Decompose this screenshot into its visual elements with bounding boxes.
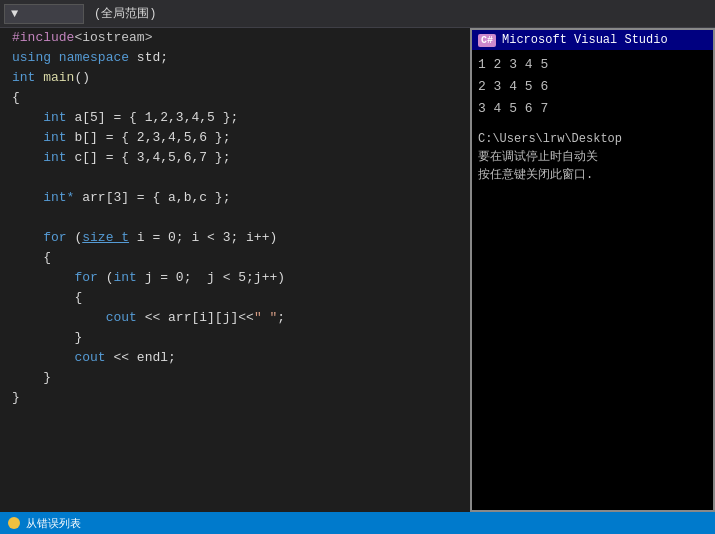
line-code: } (8, 368, 51, 388)
op: ; (277, 310, 285, 325)
keyword: int (12, 70, 35, 85)
op: j = 0; j < 5;j++) (137, 270, 285, 285)
op (12, 150, 43, 165)
console-output-line: 1 2 3 4 5 (478, 54, 707, 76)
op: i = 0; i < 3; i++) (129, 230, 277, 245)
toolbar-scope: (全局范围) (84, 3, 166, 24)
console-spacer (478, 120, 707, 130)
line-code: { (8, 248, 51, 268)
op: b[] = { 2,3,4,5,6 }; (67, 130, 231, 145)
line-code: for (int j = 0; j < 5;j++) (8, 268, 285, 288)
code-line: { (0, 248, 470, 268)
bottom-indicator (8, 517, 20, 529)
code-line: for (int j = 0; j < 5;j++) (0, 268, 470, 288)
op: { (12, 290, 82, 305)
op: () (74, 70, 90, 85)
op: arr[3] = { a,b,c }; (74, 190, 230, 205)
line-code: cout << arr[i][j]<<" "; (8, 308, 285, 328)
code-editor[interactable]: #include<iostream> using namespace std; … (0, 28, 470, 512)
keyword: int (43, 130, 66, 145)
toolbar-dropdown[interactable]: ▼ (4, 4, 84, 24)
bottom-bar: 从错误列表 (0, 512, 715, 534)
include-header: <iostream> (74, 30, 152, 45)
keyword: cout (74, 350, 105, 365)
line-code: int c[] = { 3,4,5,6,7 }; (8, 148, 230, 168)
op (12, 130, 43, 145)
code-line: for (size_t i = 0; i < 3; i++) (0, 228, 470, 248)
keyword: cout (106, 310, 137, 325)
console-icon: C# (478, 34, 496, 47)
keyword: namespace (59, 50, 129, 65)
code-line: using namespace std; (0, 48, 470, 68)
line-code: cout << endl; (8, 348, 176, 368)
op: a[5] = { 1,2,3,4,5 }; (67, 110, 239, 125)
code-line: #include<iostream> (0, 28, 470, 48)
console-output-line: 2 3 4 5 6 (478, 76, 707, 98)
string: " " (254, 310, 277, 325)
console-title: Microsoft Visual Studio (502, 33, 668, 47)
code-content: #include<iostream> using namespace std; … (0, 28, 470, 512)
line-code (8, 168, 20, 188)
line-code: { (8, 288, 82, 308)
console-window: C# Microsoft Visual Studio 1 2 3 4 5 2 3… (470, 28, 715, 512)
console-path-line2: 要在调试停止时自动关 (478, 148, 707, 166)
code-line: int c[] = { 3,4,5,6,7 }; (0, 148, 470, 168)
op: ( (98, 270, 114, 285)
op: ( (67, 230, 83, 245)
line-code: int b[] = { 2,3,4,5,6 }; (8, 128, 230, 148)
op: } (12, 370, 51, 385)
op: << endl; (106, 350, 176, 365)
function: main (43, 70, 74, 85)
op: { (12, 250, 51, 265)
line-code: for (size_t i = 0; i < 3; i++) (8, 228, 277, 248)
console-path-line3: 按任意键关闭此窗口. (478, 166, 707, 184)
code-line: } (0, 388, 470, 408)
code-line: } (0, 368, 470, 388)
keyword: #include (12, 30, 74, 45)
line-code: } (8, 388, 20, 408)
op (12, 190, 43, 205)
op: c[] = { 3,4,5,6,7 }; (67, 150, 231, 165)
keyword: int (113, 270, 136, 285)
op (51, 50, 59, 65)
console-body: 1 2 3 4 5 2 3 4 5 6 3 4 5 6 7 C:\Users\l… (472, 50, 713, 510)
line-code: { (8, 88, 20, 108)
op (12, 270, 74, 285)
op: } (12, 390, 20, 405)
toolbar-dropdown-arrow: ▼ (11, 7, 18, 21)
line-code: int a[5] = { 1,2,3,4,5 }; (8, 108, 238, 128)
code-line (0, 168, 470, 188)
console-output-line: 3 4 5 6 7 (478, 98, 707, 120)
op: << arr[i][j]<< (137, 310, 254, 325)
op: { (12, 90, 20, 105)
line-code: using namespace std; (8, 48, 168, 68)
keyword: using (12, 50, 51, 65)
code-line: cout << arr[i][j]<<" "; (0, 308, 470, 328)
code-line: int* arr[3] = { a,b,c }; (0, 188, 470, 208)
line-code: #include<iostream> (8, 28, 152, 48)
code-line: { (0, 88, 470, 108)
code-line: { (0, 288, 470, 308)
op (12, 230, 43, 245)
code-line: int b[] = { 2,3,4,5,6 }; (0, 128, 470, 148)
code-line: int a[5] = { 1,2,3,4,5 }; (0, 108, 470, 128)
line-code: } (8, 328, 82, 348)
keyword: size_t (82, 230, 129, 245)
console-titlebar: C# Microsoft Visual Studio (472, 30, 713, 50)
keyword: for (43, 230, 66, 245)
bottom-text: 从错误列表 (26, 516, 81, 531)
line-code (8, 208, 20, 228)
code-line: cout << endl; (0, 348, 470, 368)
keyword: for (74, 270, 97, 285)
code-line: int main() (0, 68, 470, 88)
op (12, 110, 43, 125)
toolbar: ▼ (全局范围) (0, 0, 715, 28)
op (12, 350, 74, 365)
main-area: #include<iostream> using namespace std; … (0, 28, 715, 512)
keyword: int (43, 110, 66, 125)
code-line: } (0, 328, 470, 348)
console-path-line1: C:\Users\lrw\Desktop (478, 130, 707, 148)
keyword: int* (43, 190, 74, 205)
code-line (0, 208, 470, 228)
op: std; (129, 50, 168, 65)
